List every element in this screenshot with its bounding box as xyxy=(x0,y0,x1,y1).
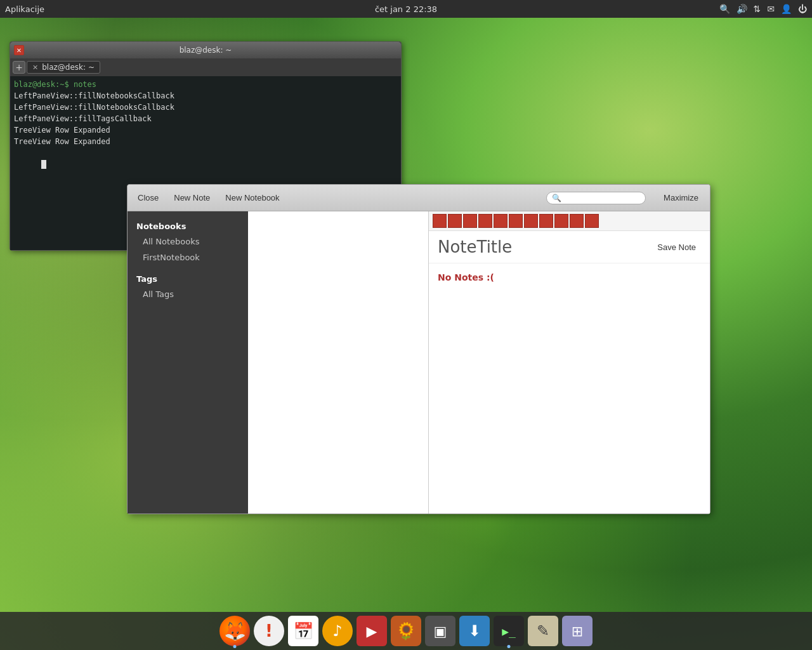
new-note-button[interactable]: New Note xyxy=(170,191,214,204)
taskbar-item-calendar[interactable]: 📅 xyxy=(288,616,318,646)
taskbar-item-terminal[interactable]: ▶_ xyxy=(494,616,524,646)
terminal-cursor xyxy=(41,160,46,169)
terminal-line-3: LeftPaneView::fillNotebooksCallback xyxy=(14,102,397,113)
terminal-line-6: TreeView Row Expanded xyxy=(14,136,397,147)
taskbar-item-firefox[interactable]: 🦊 xyxy=(219,616,250,646)
notes-body: Notebooks All Notebooks FirstNotebook Ta… xyxy=(128,211,710,514)
format-tool-11[interactable] xyxy=(585,214,599,228)
notes-editor-pane: NoteTitle Save Note No Notes :( xyxy=(429,211,710,514)
close-button[interactable]: Close xyxy=(134,191,162,204)
volume-icon[interactable]: 🔊 xyxy=(737,4,747,14)
taskbar-item-editor[interactable]: ✎ xyxy=(528,616,558,646)
new-notebook-button[interactable]: New Notebook xyxy=(221,191,283,204)
format-tool-8[interactable] xyxy=(539,214,553,228)
terminal-cursor-line xyxy=(14,147,397,182)
save-note-button[interactable]: Save Note xyxy=(652,240,701,255)
format-tool-2[interactable] xyxy=(448,214,462,228)
sidebar-item-first-notebook[interactable]: FirstNotebook xyxy=(128,249,248,265)
terminal-title: blaz@desk: ~ xyxy=(180,46,232,55)
notes-list-pane xyxy=(248,211,429,514)
terminal-close-button[interactable]: ✕ xyxy=(14,45,24,55)
terminal-tab-close-icon[interactable]: ✕ xyxy=(32,63,38,72)
panel-datetime: čet jan 2 22:38 xyxy=(375,4,437,14)
taskbar-active-dot xyxy=(233,645,237,648)
taskbar: 🦊 ! 📅 ♪ ▶ 🌻 ▣ ⬇ ▶_ ✎ ⊞ xyxy=(0,612,812,650)
taskbar-item-tv[interactable]: ▣ xyxy=(425,616,455,646)
terminal-line-1: blaz@desk:~$ notes xyxy=(14,79,397,90)
app-menu-label[interactable]: Aplikacije xyxy=(5,4,44,14)
terminal-titlebar-left: ✕ xyxy=(14,45,24,55)
format-tool-10[interactable] xyxy=(570,214,584,228)
terminal-tab-label: blaz@desk: ~ xyxy=(42,63,95,72)
network-icon[interactable]: ⇅ xyxy=(754,4,761,14)
search-icon[interactable]: 🔍 xyxy=(719,4,730,14)
taskbar-item-appstore[interactable]: ⊞ xyxy=(562,616,593,646)
notes-toolbar: Close New Note New Notebook 🔍 Maximize xyxy=(128,185,710,211)
format-tool-6[interactable] xyxy=(509,214,523,228)
user-icon[interactable]: 👤 xyxy=(781,4,792,14)
terminal-line-4: LeftPaneView::fillTagsCallback xyxy=(14,113,397,124)
format-tool-4[interactable] xyxy=(478,214,492,228)
notes-editor-header: NoteTitle Save Note xyxy=(429,231,710,263)
sidebar-item-all-tags[interactable]: All Tags xyxy=(128,286,248,302)
notes-editor-toolbar xyxy=(429,211,710,231)
notes-window: Close New Note New Notebook 🔍 Maximize N… xyxy=(127,184,710,514)
panel-right: 🔍 🔊 ⇅ ✉ 👤 ⏻ xyxy=(719,4,807,14)
taskbar-item-music[interactable]: ♪ xyxy=(322,616,353,646)
no-notes-label: No Notes :( xyxy=(438,272,494,282)
terminal-new-tab-button[interactable]: + xyxy=(13,61,25,74)
terminal-tab[interactable]: ✕ blaz@desk: ~ xyxy=(27,61,100,74)
search-box: 🔍 xyxy=(546,192,646,204)
taskbar-item-sunflower[interactable]: 🌻 xyxy=(391,616,421,646)
taskbar-item-download[interactable]: ⬇ xyxy=(459,616,490,646)
search-input[interactable] xyxy=(564,194,640,202)
maximize-button[interactable]: Maximize xyxy=(658,191,704,204)
notes-editor-content[interactable]: No Notes :( xyxy=(429,263,710,514)
panel-left: Aplikacije xyxy=(5,4,44,14)
format-tool-7[interactable] xyxy=(524,214,538,228)
note-title: NoteTitle xyxy=(438,237,512,256)
terminal-titlebar: ✕ blaz@desk: ~ xyxy=(10,42,401,58)
power-icon[interactable]: ⏻ xyxy=(798,4,807,14)
top-panel: Aplikacije čet jan 2 22:38 🔍 🔊 ⇅ ✉ 👤 ⏻ xyxy=(0,0,812,18)
taskbar-item-media[interactable]: ▶ xyxy=(357,616,387,646)
tags-section-title: Tags xyxy=(128,270,248,286)
terminal-line-2: LeftPaneView::fillNotebooksCallback xyxy=(14,90,397,102)
taskbar-item-alert[interactable]: ! xyxy=(254,616,284,646)
format-tool-1[interactable] xyxy=(433,214,447,228)
taskbar-active-dot-terminal xyxy=(508,645,511,648)
format-tool-5[interactable] xyxy=(494,214,508,228)
terminal-line-5: TreeView Row Expanded xyxy=(14,124,397,136)
terminal-tab-bar: + ✕ blaz@desk: ~ xyxy=(10,58,401,76)
format-tool-3[interactable] xyxy=(463,214,477,228)
notes-sidebar: Notebooks All Notebooks FirstNotebook Ta… xyxy=(128,211,248,514)
mail-icon[interactable]: ✉ xyxy=(767,4,775,14)
notebooks-section-title: Notebooks xyxy=(128,218,248,234)
sidebar-item-all-notebooks[interactable]: All Notebooks xyxy=(128,234,248,249)
format-tool-9[interactable] xyxy=(554,214,568,228)
search-icon: 🔍 xyxy=(552,194,561,202)
